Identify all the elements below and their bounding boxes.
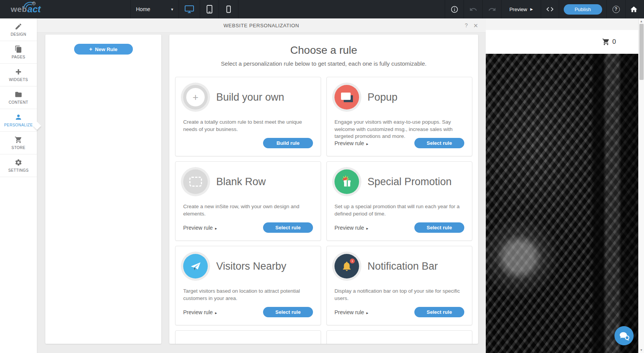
mobile-icon — [224, 5, 233, 14]
sidebar-item-widgets[interactable]: WIDGETS — [0, 64, 37, 86]
home-icon — [630, 5, 638, 13]
website-personalization-panel: WEBSITE PERSONALIZATION ? ✕ +New Rule Ch… — [37, 18, 486, 353]
preview-rule-link[interactable]: Preview rule▸ — [334, 225, 368, 231]
rule-card-title: Notification Bar — [368, 260, 438, 272]
select-rule-button[interactable]: Select rule — [263, 307, 313, 317]
sidebar-item-personalize[interactable]: PERSONALIZE — [0, 109, 37, 132]
site-top-strip — [486, 18, 638, 30]
preview-rule-link[interactable]: Preview rule▸ — [334, 309, 368, 315]
notification-badge: 1 — [350, 259, 355, 264]
desktop-view-button[interactable] — [179, 0, 200, 18]
publish-button[interactable]: Publish — [564, 4, 602, 15]
select-rule-button[interactable]: Select rule — [414, 222, 464, 233]
home-button[interactable] — [625, 0, 644, 18]
help-button[interactable]: ? — [606, 0, 625, 18]
choose-rule-panel: Choose a rule Select a personalization r… — [169, 35, 478, 344]
rule-card-popup: Popup Engage your visitors with easy-to-… — [326, 77, 472, 156]
select-rule-button[interactable]: Select rule — [414, 138, 464, 148]
rule-card-title: Build your own — [216, 91, 284, 103]
toolbar-spacer — [238, 0, 445, 18]
preview-rule-link[interactable]: Preview rule▸ — [183, 225, 217, 231]
preview-button[interactable]: Preview ▶ — [501, 0, 541, 18]
cart-count: 0 — [613, 38, 616, 46]
panel-help-icon[interactable]: ? — [465, 22, 468, 28]
rules-list-panel: +New Rule — [45, 35, 161, 344]
arrow-icon: ▸ — [366, 142, 368, 146]
rule-card-description: Target visitors based on location to att… — [183, 288, 317, 302]
sidebar-item-design[interactable]: DESIGN — [0, 18, 37, 41]
page-scrollbar[interactable]: ▲ ▼ — [638, 18, 644, 353]
site-preview: 0 — [486, 18, 638, 353]
sidebar-item-label: PAGES — [12, 55, 25, 59]
info-button[interactable] — [445, 0, 464, 18]
sidebar-item-label: PERSONALIZE — [4, 123, 33, 127]
rule-card-description: Set up a special promotion that will run… — [334, 203, 468, 217]
scrollbar-thumb[interactable] — [639, 24, 644, 80]
site-hero-image — [486, 54, 638, 353]
sidebar-item-content[interactable]: CONTENT — [0, 86, 37, 109]
page-selector-dropdown[interactable]: Home ▾ — [130, 0, 179, 18]
scroll-down-icon[interactable]: ▼ — [639, 348, 644, 352]
scroll-up-icon[interactable]: ▲ — [639, 20, 644, 23]
plus-icon: + — [89, 46, 92, 52]
design-brush-icon — [15, 23, 22, 30]
info-icon — [450, 5, 459, 13]
sidebar-item-label: STORE — [12, 146, 25, 150]
rule-card-title: Visitors Nearby — [216, 260, 286, 272]
arrow-icon: ▸ — [366, 226, 368, 230]
select-rule-button[interactable]: Select rule — [414, 307, 464, 317]
rule-card-description: Create a new inSite row, with your own d… — [183, 203, 317, 217]
chevron-down-icon: ▾ — [171, 7, 173, 12]
new-rule-button[interactable]: +New Rule — [74, 44, 133, 55]
pages-icon — [15, 45, 22, 53]
tablet-view-button[interactable] — [200, 0, 219, 18]
site-cart-icon[interactable] — [602, 38, 610, 46]
sidebar-item-pages[interactable]: PAGES — [0, 41, 37, 64]
sidebar-item-settings[interactable]: SETTINGS — [0, 154, 37, 177]
special-promotion-gift-icon — [334, 169, 359, 194]
bell-icon: 1 — [334, 254, 359, 278]
arrow-icon: ▸ — [366, 311, 368, 315]
editor-sidebar: DESIGN PAGES WIDGETS CONTENT PERSONALIZE… — [0, 18, 37, 353]
choose-rule-title: Choose a rule — [169, 44, 478, 56]
rule-card-blank-row: Blank Row Create a new inSite row, with … — [175, 161, 321, 241]
play-icon: ▶ — [530, 7, 533, 11]
mobile-view-button[interactable] — [219, 0, 238, 18]
select-rule-button[interactable]: Select rule — [263, 222, 313, 233]
redo-button[interactable] — [482, 0, 501, 18]
rule-cards-grid: + Build your own Create a totally custom… — [169, 77, 478, 344]
panel-title: WEBSITE PERSONALIZATION — [223, 23, 299, 28]
rule-card-title: Popup — [368, 91, 397, 103]
sidebar-item-store[interactable]: STORE — [0, 132, 37, 154]
gear-icon — [15, 159, 22, 166]
sidebar-item-label: CONTENT — [8, 100, 28, 104]
arrow-icon: ▸ — [215, 311, 217, 315]
rule-card-description: Engage your visitors with easy-to-use po… — [334, 119, 468, 140]
chat-bubbles-icon — [618, 330, 630, 341]
rule-card-build-your-own: + Build your own Create a totally custom… — [175, 77, 321, 156]
desktop-icon — [184, 5, 194, 14]
help-icon: ? — [613, 6, 620, 13]
preview-rule-link[interactable]: Preview rule▸ — [183, 309, 217, 315]
rule-card-title: Blank Row — [216, 176, 266, 187]
rule-card-title: Special Promotion — [368, 176, 452, 187]
chat-widget-button[interactable] — [614, 326, 634, 345]
sidebar-item-label: SETTINGS — [8, 168, 28, 172]
sidebar-item-label: DESIGN — [11, 32, 26, 36]
undo-icon — [469, 5, 477, 13]
close-icon[interactable]: ✕ — [473, 22, 478, 29]
code-button[interactable] — [541, 0, 559, 18]
sidebar-item-label: WIDGETS — [9, 78, 28, 82]
page-selector-value: Home — [136, 6, 150, 12]
top-toolbar: web act Home ▾ Pr — [0, 0, 644, 18]
rule-card-visitors-nearby: Visitors Nearby Target visitors based on… — [175, 246, 321, 325]
panel-header: WEBSITE PERSONALIZATION ? ✕ — [37, 18, 486, 33]
code-icon — [546, 5, 554, 13]
build-rule-button[interactable]: Build rule — [263, 138, 313, 148]
preview-rule-link[interactable]: Preview rule▸ — [334, 140, 368, 146]
rule-card-description: Create a totally custom rule to best mee… — [183, 119, 317, 133]
person-icon — [15, 113, 22, 121]
blank-row-icon — [183, 169, 208, 194]
undo-button[interactable] — [464, 0, 482, 18]
rule-card-notification-bar: 1 Notification Bar Display a notificatio… — [326, 246, 472, 325]
